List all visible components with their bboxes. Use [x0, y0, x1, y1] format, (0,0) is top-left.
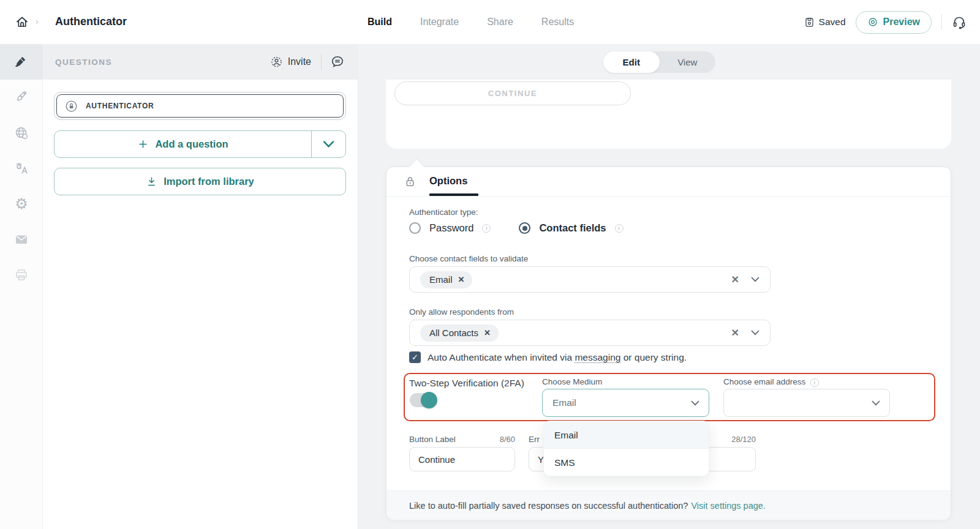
questions-title: QUESTIONS	[55, 58, 112, 67]
rail-item-email[interactable]	[0, 222, 43, 257]
questions-header: QUESTIONS Invite	[43, 44, 358, 80]
authenticator-type-radios: Password i Contact fields i	[409, 222, 624, 234]
twofa-toggle[interactable]	[410, 393, 435, 407]
radio-password-label[interactable]: Password	[429, 222, 473, 234]
auto-authenticate-checkbox[interactable]: ✓	[409, 351, 421, 363]
choose-email-label: Choose email address i	[723, 377, 819, 387]
saved-icon	[804, 17, 815, 28]
edit-pen-icon	[14, 54, 29, 69]
dropdown-option-email[interactable]: Email	[544, 421, 709, 449]
translate-icon	[14, 161, 29, 176]
rail-item-print[interactable]	[0, 257, 43, 293]
chevron-down-icon[interactable]	[751, 277, 760, 282]
add-question-dropdown-toggle[interactable]	[311, 131, 345, 157]
authenticator-type-label: Authenticator type:	[409, 208, 478, 217]
tabs-divider	[386, 196, 951, 197]
chevron-down-icon	[323, 138, 334, 150]
question-item-label: AUTHENTICATOR	[86, 102, 154, 110]
header-divider	[321, 54, 322, 69]
lock-icon	[403, 174, 417, 189]
panel-caret	[409, 159, 425, 175]
survey-preview-card: CONTINUE	[386, 80, 951, 149]
radio-contact-fields[interactable]	[519, 222, 530, 234]
printer-icon	[14, 268, 29, 282]
clear-icon[interactable]: ✕	[731, 327, 739, 339]
tag-remove-icon[interactable]: ✕	[484, 328, 491, 337]
error-message-label: Err	[529, 435, 540, 444]
tag-email: Email ✕	[420, 271, 472, 288]
download-icon	[146, 176, 157, 187]
survey-continue-button[interactable]: CONTINUE	[394, 81, 631, 105]
plus-icon	[137, 138, 149, 150]
contact-fields-label: Choose contact fields to validate	[409, 254, 528, 263]
button-label-label: Button Label	[409, 435, 456, 444]
dropdown-option-sms[interactable]: SMS	[544, 449, 709, 476]
choose-medium-label: Choose Medium	[542, 377, 602, 386]
error-message-counter: 28/120	[717, 435, 756, 444]
preview-eye-icon	[867, 17, 878, 28]
app-header: › Authenticator Build Integrate Share Re…	[0, 0, 980, 44]
saved-status: Saved	[804, 17, 846, 28]
clear-icon[interactable]: ✕	[731, 274, 739, 285]
preview-button[interactable]: Preview	[856, 11, 932, 34]
choose-medium-select[interactable]: Email	[542, 389, 709, 417]
top-nav: Build Integrate Share Results	[368, 0, 574, 44]
comments-icon[interactable]	[330, 54, 345, 69]
tab-share[interactable]: Share	[487, 17, 513, 28]
respondents-select[interactable]: All Contacts ✕ ✕	[409, 320, 771, 346]
rail-item-design[interactable]	[0, 80, 43, 115]
button-label-input[interactable]	[409, 447, 515, 471]
question-item-authenticator[interactable]: AUTHENTICATOR	[54, 92, 346, 120]
tab-results[interactable]: Results	[541, 17, 574, 28]
main-canvas: Edit View CONTINUE Options Authenticator…	[358, 44, 980, 529]
tab-options[interactable]: Options	[429, 175, 467, 187]
import-from-library-button[interactable]: Import from library	[54, 168, 346, 195]
paintbrush-icon	[14, 90, 29, 105]
chevron-down-icon[interactable]	[751, 330, 760, 336]
info-icon[interactable]: i	[482, 224, 491, 233]
footer-text: Like to auto-fill partially saved respon…	[409, 501, 688, 511]
globe-icon	[14, 126, 29, 140]
rail-item-language[interactable]	[0, 115, 43, 151]
edit-view-toggle[interactable]: Edit View	[603, 51, 715, 73]
respondents-label: Only allow respondents from	[409, 307, 514, 317]
radio-contact-fields-label[interactable]: Contact fields	[539, 222, 606, 234]
chevron-down-icon	[691, 400, 699, 406]
toggle-edit[interactable]: Edit	[603, 51, 660, 73]
header-divider	[941, 14, 942, 30]
breadcrumb-chevron-icon: ›	[36, 16, 39, 26]
shield-lock-icon	[65, 100, 78, 113]
envelope-icon	[14, 232, 29, 247]
auto-authenticate-row: ✓ Auto Authenticate when invited via mes…	[409, 351, 687, 363]
info-icon[interactable]: i	[615, 224, 624, 233]
icon-rail: ⚙	[0, 44, 43, 529]
radio-password[interactable]	[409, 222, 421, 234]
home-icon[interactable]	[15, 15, 29, 29]
rail-item-build-questions[interactable]	[0, 44, 43, 80]
options-footer: Like to auto-fill partially saved respon…	[386, 490, 951, 520]
visit-settings-link[interactable]: Visit settings page.	[691, 501, 765, 511]
rail-item-translate[interactable]	[0, 151, 43, 186]
twofa-label: Two-Step Verification (2FA)	[409, 378, 524, 389]
options-panel: Options Authenticator type: Password i C…	[386, 167, 951, 520]
support-headset-icon[interactable]	[952, 15, 967, 29]
tag-remove-icon[interactable]: ✕	[458, 275, 465, 284]
header-actions: Saved Preview	[804, 0, 967, 44]
invite-person-icon	[270, 56, 283, 69]
info-icon[interactable]: i	[810, 378, 819, 387]
page-title: Authenticator	[55, 15, 127, 28]
add-question-button[interactable]: Add a question	[54, 130, 346, 158]
tab-integrate[interactable]: Integrate	[420, 17, 459, 28]
choose-medium-dropdown: Email SMS	[543, 421, 709, 476]
contact-fields-select[interactable]: Email ✕ ✕	[409, 266, 771, 293]
button-label-counter: 8/60	[478, 435, 515, 444]
rail-item-settings[interactable]: ⚙	[0, 186, 43, 222]
app: › Authenticator Build Integrate Share Re…	[0, 0, 980, 529]
gear-icon: ⚙	[14, 197, 29, 211]
toggle-view[interactable]: View	[660, 51, 716, 73]
tab-build[interactable]: Build	[368, 17, 392, 28]
invite-button[interactable]: Invite	[270, 56, 311, 69]
tag-all-contacts: All Contacts ✕	[420, 325, 499, 342]
messaging-term[interactable]: messaging	[575, 352, 620, 363]
choose-email-select[interactable]	[723, 389, 890, 417]
